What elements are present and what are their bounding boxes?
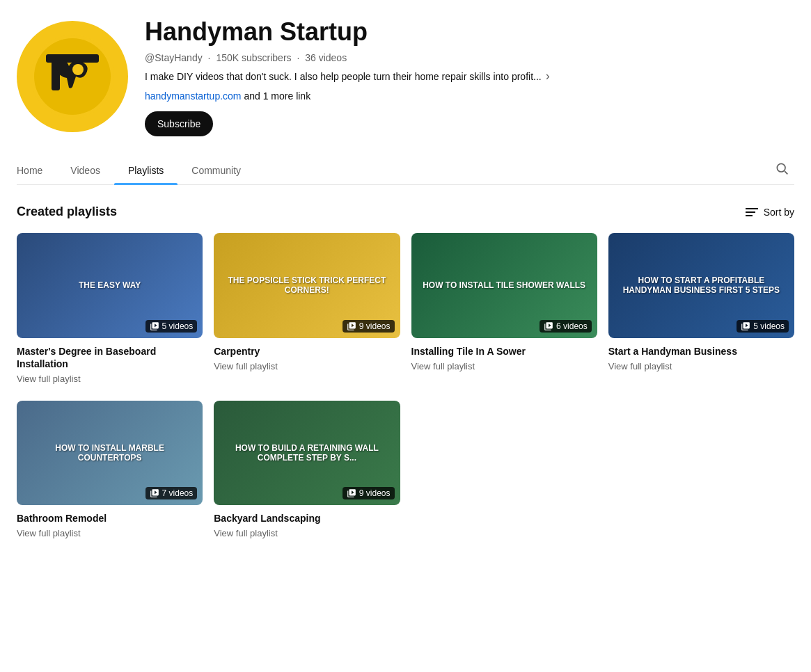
expand-icon: › [546, 69, 550, 83]
page-container: Handyman Startup @StayHandy · 150K subsc… [0, 0, 811, 566]
channel-nav: Home Videos Playlists Community [17, 156, 794, 185]
channel-info: Handyman Startup @StayHandy · 150K subsc… [145, 17, 794, 136]
channel-meta: @StayHandy · 150K subscribers · 36 video… [145, 52, 794, 63]
playlist-card-baseboard[interactable]: THE EASY WAY 5 videos Master's Degree in… [17, 233, 203, 384]
channel-avatar [17, 21, 128, 132]
more-links-text: and 1 more link [244, 90, 310, 102]
playlist-link-tile[interactable]: View full playlist [411, 361, 475, 371]
playlist-title-tile: Installing Tile In A Sower [411, 345, 597, 358]
playlist-title-bathroom: Bathroom Remodel [17, 512, 203, 525]
video-count: 36 videos [305, 52, 347, 63]
section-title: Created playlists [17, 205, 117, 219]
channel-header: Handyman Startup @StayHandy · 150K subsc… [17, 17, 794, 136]
channel-handle: @StayHandy [145, 52, 203, 63]
subscribe-button[interactable]: Subscribe [145, 111, 213, 136]
playlist-title-backyard: Backyard Landscaping [214, 512, 400, 525]
playlist-thumb-tile: HOW TO INSTALL TILE Shower Walls 6 video… [411, 233, 597, 337]
video-count-badge-carpentry: 9 videos [342, 320, 395, 333]
playlist-title-handyman: Start a Handyman Business [608, 345, 794, 358]
playlist-link-backyard[interactable]: View full playlist [214, 528, 278, 538]
playlist-link-handyman[interactable]: View full playlist [608, 361, 672, 371]
tab-videos[interactable]: Videos [56, 157, 114, 184]
section-header: Created playlists Sort by [17, 205, 794, 219]
channel-description[interactable]: I make DIY videos that don't suck. I als… [145, 69, 794, 83]
sort-icon [746, 208, 758, 216]
playlist-card-handyman[interactable]: How to Start a Profitable Handyman Busin… [608, 233, 794, 384]
svg-line-6 [785, 171, 787, 174]
tab-community[interactable]: Community [178, 157, 255, 184]
tab-home[interactable]: Home [17, 157, 56, 184]
playlist-card-bathroom[interactable]: HOW TO INSTALL MARBLE COUNTERTOPS 7 vide… [17, 401, 203, 539]
playlist-thumb-carpentry: THE POPSICLE STICK TRICK Perfect corners… [214, 233, 400, 337]
sort-button[interactable]: Sort by [746, 207, 794, 218]
playlist-title-carpentry: Carpentry [214, 345, 400, 358]
video-count-badge-handyman: 5 videos [737, 320, 789, 333]
playlist-grid-row1: THE EASY WAY 5 videos Master's Degree in… [17, 233, 794, 384]
playlist-title-baseboard: Master's Degree in Baseboard Installatio… [17, 345, 203, 370]
playlist-card-tile[interactable]: HOW TO INSTALL TILE Shower Walls 6 video… [411, 233, 597, 384]
channel-links: handymanstartup.com and 1 more link [145, 90, 794, 102]
svg-rect-3 [46, 54, 99, 63]
playlist-card-backyard[interactable]: How to Build a RETAINING WALL Complete S… [214, 401, 400, 539]
playlist-grid-row2: HOW TO INSTALL MARBLE COUNTERTOPS 7 vide… [17, 401, 794, 539]
search-icon[interactable] [769, 156, 794, 184]
playlist-thumb-baseboard: THE EASY WAY 5 videos [17, 233, 203, 337]
subscriber-count: 150K subscribers [216, 52, 291, 63]
description-text: I make DIY videos that don't suck. I als… [145, 71, 542, 82]
channel-website-link[interactable]: handymanstartup.com [145, 90, 242, 102]
video-count-badge-tile: 6 videos [540, 320, 592, 333]
playlist-card-carpentry[interactable]: THE POPSICLE STICK TRICK Perfect corners… [214, 233, 400, 384]
playlist-link-bathroom[interactable]: View full playlist [17, 528, 81, 538]
sort-label: Sort by [764, 207, 794, 218]
playlist-thumb-backyard: How to Build a RETAINING WALL Complete S… [214, 401, 400, 505]
tab-playlists[interactable]: Playlists [114, 157, 178, 184]
video-count-badge-bathroom: 7 videos [145, 487, 198, 499]
playlist-link-carpentry[interactable]: View full playlist [214, 361, 278, 371]
playlist-link-baseboard[interactable]: View full playlist [17, 374, 81, 384]
svg-point-4 [72, 64, 84, 75]
video-count-badge-baseboard: 5 videos [145, 320, 198, 333]
svg-point-5 [777, 164, 785, 173]
channel-name: Handyman Startup [145, 17, 794, 47]
playlist-thumb-handyman: How to Start a Profitable Handyman Busin… [608, 233, 794, 337]
video-count-badge-backyard: 9 videos [342, 487, 395, 499]
playlist-thumb-bathroom: HOW TO INSTALL MARBLE COUNTERTOPS 7 vide… [17, 401, 203, 505]
